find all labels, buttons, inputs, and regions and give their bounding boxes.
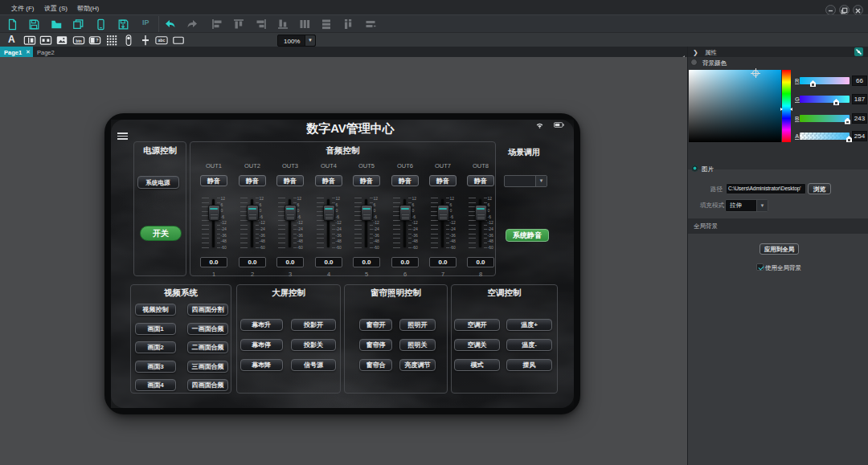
svg-text:?: ?: [96, 38, 98, 43]
svg-text:btn: btn: [76, 39, 82, 43]
svg-text:abc: abc: [158, 39, 166, 43]
